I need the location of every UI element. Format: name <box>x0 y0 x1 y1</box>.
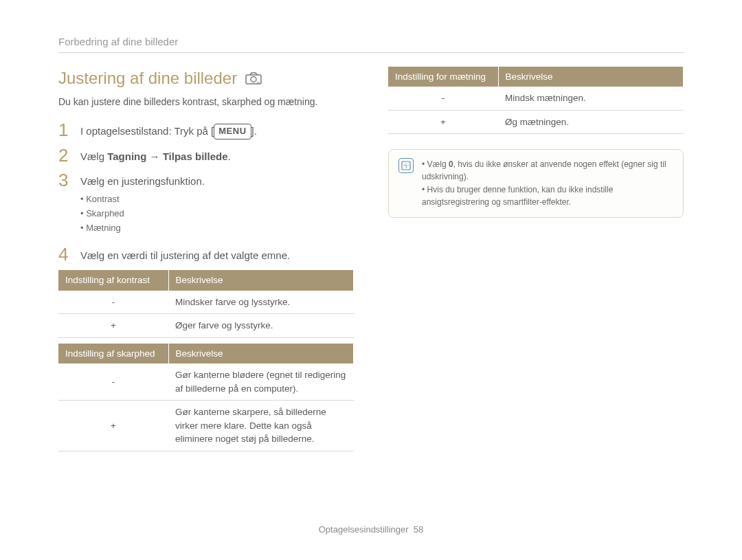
right-column: Indstilling for mætning Beskrivelse - Mi… <box>388 67 684 451</box>
table-header: Indstilling af skarphed <box>58 344 168 364</box>
note-text: Hvis du bruger denne funktion, kan du ik… <box>422 185 613 206</box>
table-cell: - <box>58 363 168 401</box>
table-row: + Gør kanterne skarpere, så billederne v… <box>58 401 354 451</box>
left-column: Justering af dine billeder P Du kan just… <box>58 67 354 451</box>
table-cell: - <box>388 87 498 110</box>
menu-button-label: MENU <box>214 124 251 139</box>
step-text: Vælg en justeringsfunktion. <box>80 175 205 187</box>
footer-label: Optagelsesindstillinger <box>319 524 409 535</box>
note-bold: 0 <box>449 159 453 169</box>
step-number: 3 <box>58 171 71 238</box>
step-number: 2 <box>58 146 71 164</box>
table-row: + Øg mætningen. <box>388 110 684 134</box>
table-row: - Mindsk mætningen. <box>388 87 684 110</box>
step-1: 1 I optagelsestilstand: Tryk på [MENU]. <box>58 121 354 139</box>
table-row: - Gør kanterne blødere (egnet til redige… <box>58 363 354 401</box>
table-cell: Gør kanterne skarpere, så billederne vir… <box>168 401 354 451</box>
table-header: Indstilling af kontrast <box>58 270 168 291</box>
step-text: ]. <box>251 125 257 137</box>
footer-page: 58 <box>414 524 423 535</box>
table-cell: Øg mætningen. <box>498 110 684 134</box>
step-2: 2 Vælg Tagning → Tilpas billede. <box>58 146 354 164</box>
table-cell: + <box>58 401 168 451</box>
table-cell: Mindsk mætningen. <box>498 87 684 110</box>
table-header: Indstilling for mætning <box>388 67 498 87</box>
page-title: Justering af dine billeder <box>58 67 237 91</box>
step-text: . <box>228 150 231 162</box>
table-cell: + <box>388 110 498 134</box>
intro-text: Du kan justere dine billeders kontrast, … <box>58 95 354 109</box>
table-cell: Øger farve og lysstyrke. <box>168 314 354 338</box>
camera-icon: P <box>245 72 262 85</box>
table-header: Beskrivelse <box>498 67 684 87</box>
step-text: I optagelsestilstand: Tryk på [ <box>80 125 214 137</box>
step-text: Vælg en værdi til justering af det valgt… <box>80 249 290 261</box>
note-item: Hvis du bruger denne funktion, kan du ik… <box>422 183 673 209</box>
note-list: Vælg 0, hvis du ikke ønsker at anvende n… <box>422 158 673 209</box>
table-header: Beskrivelse <box>168 270 354 291</box>
bullet-item: Skarphed <box>80 207 205 221</box>
table-skarphed: Indstilling af skarphed Beskrivelse - Gø… <box>58 344 354 451</box>
note-item: Vælg 0, hvis du ikke ønsker at anvende n… <box>422 158 673 183</box>
step-bold: Tagning → Tilpas billede <box>107 150 227 162</box>
table-header: Beskrivelse <box>168 344 354 364</box>
note-box: Vælg 0, hvis du ikke ønsker at anvende n… <box>388 149 684 218</box>
table-row: + Øger farve og lysstyrke. <box>58 314 354 338</box>
step-3-bullets: Kontrast Skarphed Mætning <box>80 188 205 238</box>
table-kontrast: Indstilling af kontrast Beskrivelse - Mi… <box>58 270 354 338</box>
bullet-item: Kontrast <box>80 192 205 207</box>
step-3: 3 Vælg en justeringsfunktion. Kontrast S… <box>58 171 354 238</box>
step-number: 4 <box>58 245 71 263</box>
table-maetning: Indstilling for mætning Beskrivelse - Mi… <box>388 67 684 135</box>
table-cell: + <box>58 314 168 338</box>
table-cell: Gør kanterne blødere (egnet til redigeri… <box>168 363 354 401</box>
footer: Optagelsesindstillinger 58 <box>0 524 742 537</box>
svg-point-1 <box>251 77 256 82</box>
step-text: Vælg <box>80 150 107 162</box>
note-text: , hvis du ikke ønsker at anvende nogen e… <box>422 159 666 181</box>
step-4: 4 Vælg en værdi til justering af det val… <box>58 245 354 263</box>
breadcrumb: Forbedring af dine billeder <box>58 34 684 49</box>
table-cell: Mindsker farve og lysstyrke. <box>168 291 354 314</box>
note-text: Vælg <box>427 159 449 169</box>
note-icon <box>398 158 414 173</box>
divider <box>58 52 684 53</box>
svg-text:P: P <box>257 81 260 85</box>
bullet-item: Mætning <box>80 221 205 236</box>
step-number: 1 <box>58 121 71 139</box>
table-cell: - <box>58 291 168 314</box>
table-row: - Mindsker farve og lysstyrke. <box>58 291 354 314</box>
